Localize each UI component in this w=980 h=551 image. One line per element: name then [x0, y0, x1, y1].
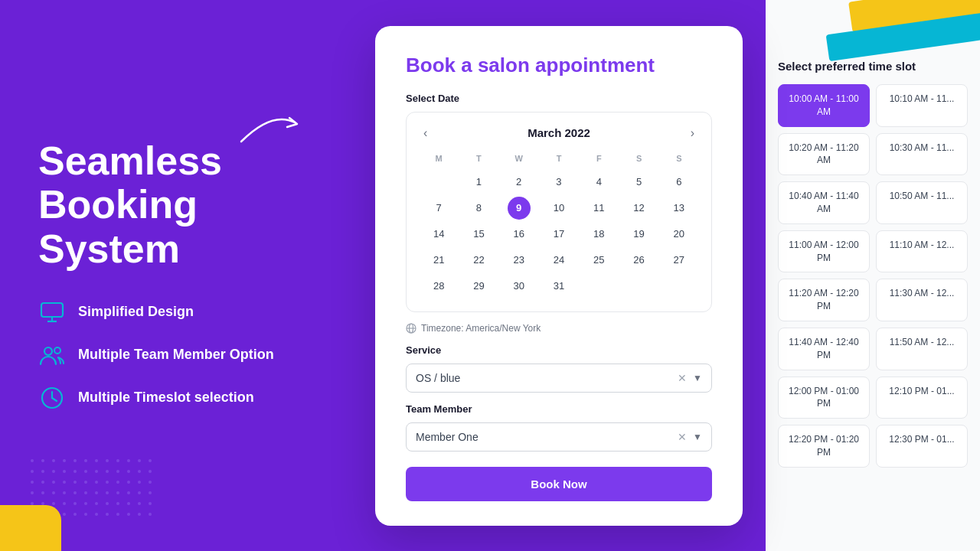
calendar-month: March 2022 [528, 126, 590, 139]
cal-day-17[interactable]: 17 [547, 223, 570, 246]
cal-day-empty2 [587, 275, 610, 298]
day-header-s1: S [619, 151, 658, 169]
cal-day-20[interactable]: 20 [668, 223, 691, 246]
feature-simplified-design: Simplified Design [38, 298, 314, 326]
left-panel: Seamless Booking System Simplified Desig… [0, 0, 352, 551]
time-slot-8[interactable]: 11:10 AM - 12... [876, 230, 968, 273]
timezone-text: Timezone: America/New York [421, 323, 541, 334]
time-slot-4[interactable]: 10:30 AM - 11... [876, 133, 968, 176]
service-select[interactable]: OS / blue ✕ ▼ [406, 364, 712, 393]
cal-day-16[interactable]: 16 [508, 223, 531, 246]
team-member-value: Member One [416, 431, 479, 443]
time-slot-9[interactable]: 11:20 AM - 12:20 PM [778, 279, 870, 321]
day-header-t2: T [539, 151, 579, 169]
time-slot-13[interactable]: 12:00 PM - 01:00 PM [778, 377, 870, 419]
svg-point-3 [44, 347, 52, 355]
time-slot-16[interactable]: 12:30 PM - 01... [876, 425, 968, 468]
cal-day-18[interactable]: 18 [587, 223, 610, 246]
cal-day-5[interactable]: 5 [628, 171, 651, 194]
cal-day-empty [427, 171, 450, 194]
cal-day-7[interactable]: 7 [427, 197, 450, 220]
svg-point-4 [54, 347, 60, 354]
cal-day-3[interactable]: 3 [547, 171, 570, 194]
arrow-decoration [237, 107, 306, 153]
cal-day-26[interactable]: 26 [628, 249, 651, 272]
day-header-t1: T [459, 151, 498, 169]
select-date-label: Select Date [406, 93, 712, 104]
day-header-f: F [579, 151, 619, 169]
time-slot-12[interactable]: 11:50 AM - 12... [876, 328, 968, 370]
day-header-m: M [419, 151, 459, 169]
cal-day-29[interactable]: 29 [467, 275, 490, 298]
time-slot-2[interactable]: 10:10 AM - 11... [876, 84, 968, 127]
cal-day-30[interactable]: 30 [508, 275, 531, 298]
feature-simplified-design-label: Simplified Design [78, 304, 194, 320]
svg-rect-0 [41, 303, 63, 317]
cal-day-8[interactable]: 8 [467, 197, 490, 220]
cal-day-19[interactable]: 19 [628, 223, 651, 246]
modal-title: Book a salon appointment [406, 54, 712, 77]
calendar: ‹ March 2022 › M T W T F S S 1 2 3 4 5 [406, 112, 712, 312]
time-slot-6[interactable]: 10:50 AM - 11... [876, 181, 968, 224]
cal-day-6[interactable]: 6 [668, 171, 691, 194]
feature-multiple-team: Multiple Team Member Option [38, 341, 314, 369]
time-slot-5[interactable]: 10:40 AM - 11:40 AM [778, 181, 870, 224]
cal-day-4[interactable]: 4 [587, 171, 610, 194]
cal-day-1[interactable]: 1 [467, 171, 490, 194]
deco-shapes [766, 0, 980, 61]
service-field-group: Service OS / blue ✕ ▼ [406, 344, 712, 393]
cal-day-23[interactable]: 23 [508, 249, 531, 272]
time-slots-title: Select preferred time slot [778, 60, 916, 73]
cal-day-9[interactable]: 9 [508, 197, 531, 220]
time-slot-15[interactable]: 12:20 PM - 01:20 PM [778, 425, 870, 468]
cal-day-27[interactable]: 27 [668, 249, 691, 272]
cal-day-28[interactable]: 28 [427, 275, 450, 298]
calendar-header: ‹ March 2022 › [419, 125, 699, 142]
service-label: Service [406, 344, 712, 356]
feature-list: Simplified Design Multiple Team Member O… [38, 298, 314, 412]
cal-day-15[interactable]: 15 [467, 223, 490, 246]
cal-day-25[interactable]: 25 [587, 249, 610, 272]
monitor-icon [38, 298, 66, 326]
slots-grid: 10:00 AM - 11:00 AM10:10 AM - 11...10:20… [778, 84, 968, 468]
center-area: Book a salon appointment Select Date ‹ M… [352, 0, 766, 551]
prev-month-button[interactable]: ‹ [419, 125, 432, 142]
feature-multiple-timeslot: Multiple Timeslot selection [38, 384, 314, 412]
service-clear-icon[interactable]: ✕ [678, 372, 687, 384]
time-slot-10[interactable]: 11:30 AM - 12... [876, 279, 968, 321]
team-member-chevron-icon: ▼ [693, 432, 702, 442]
team-member-select[interactable]: Member One ✕ ▼ [406, 422, 712, 452]
next-month-button[interactable]: › [686, 125, 699, 142]
cal-day-11[interactable]: 11 [587, 197, 610, 220]
yellow-shape-decoration [0, 505, 61, 551]
cal-day-12[interactable]: 12 [628, 197, 651, 220]
team-member-clear-icon[interactable]: ✕ [678, 431, 687, 443]
svg-line-7 [52, 398, 57, 401]
cal-day-10[interactable]: 10 [547, 197, 570, 220]
clock-icon [38, 384, 66, 412]
time-slots-container: Select preferred time slot 10:00 AM - 11… [766, 0, 980, 551]
cal-day-14[interactable]: 14 [427, 223, 450, 246]
time-slot-11[interactable]: 11:40 AM - 12:40 PM [778, 328, 870, 370]
main-heading: Seamless Booking System [38, 139, 314, 271]
team-member-select-actions: ✕ ▼ [678, 431, 702, 443]
time-slot-7[interactable]: 11:00 AM - 12:00 PM [778, 230, 870, 273]
booking-modal: Book a salon appointment Select Date ‹ M… [375, 26, 743, 526]
timezone-row: Timezone: America/New York [406, 323, 712, 334]
book-now-button[interactable]: Book Now [406, 467, 712, 501]
team-member-field-group: Team Member Member One ✕ ▼ [406, 403, 712, 452]
users-icon [38, 341, 66, 369]
time-slot-1[interactable]: 10:00 AM - 11:00 AM [778, 84, 870, 127]
service-chevron-icon: ▼ [693, 373, 702, 383]
cal-day-24[interactable]: 24 [547, 249, 570, 272]
time-slot-3[interactable]: 10:20 AM - 11:20 AM [778, 133, 870, 176]
cal-day-13[interactable]: 13 [668, 197, 691, 220]
cal-day-22[interactable]: 22 [467, 249, 490, 272]
team-member-label: Team Member [406, 403, 712, 415]
cal-day-31[interactable]: 31 [547, 275, 570, 298]
time-slot-14[interactable]: 12:10 PM - 01... [876, 377, 968, 419]
service-value: OS / blue [416, 372, 460, 384]
feature-multiple-team-label: Multiple Team Member Option [78, 347, 274, 363]
cal-day-21[interactable]: 21 [427, 249, 450, 272]
cal-day-2[interactable]: 2 [508, 171, 531, 194]
